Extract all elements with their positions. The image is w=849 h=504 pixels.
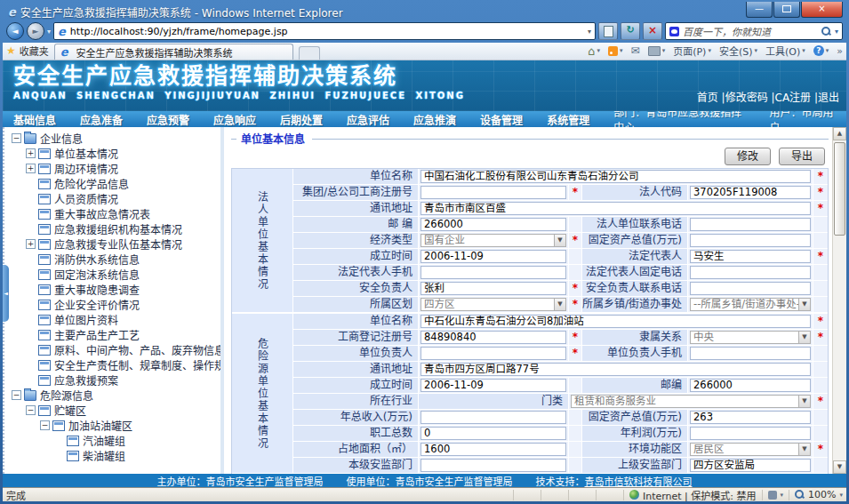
home-button[interactable]: ⌂▾ [588,44,600,58]
chevron-down-icon[interactable]: ▼ [798,396,810,407]
address-bar[interactable]: e http://localhost:90/yjzh/frame/homepag… [53,22,596,40]
menu-item[interactable]: 基础信息 [13,112,56,127]
text-field[interactable] [690,427,811,440]
address-dropdown-icon[interactable]: ▾ [588,28,591,36]
tree-item[interactable]: 重大事故隐患调查 [8,282,220,297]
menu-item[interactable]: 系统管理 [547,112,589,127]
expand-icon[interactable]: + [26,164,36,173]
header-link[interactable]: CA注册 [775,92,812,104]
read-mail-button[interactable]: ✉ [631,44,640,57]
title-bar[interactable]: e 安全生产应急救援指挥辅助决策系统 - Windows Internet Ex… [3,0,846,21]
select-field[interactable]: 四方区▼ [420,298,566,311]
select-field[interactable]: 国有企业▼ [420,234,566,247]
text-field[interactable]: 263 [690,411,811,424]
expand-icon[interactable]: + [26,148,36,158]
zoom-control[interactable]: 100% ▾ [789,490,843,500]
tree-item[interactable]: 应急救援预案 [8,372,220,388]
chevron-down-icon[interactable]: ▼ [798,444,810,455]
select-field[interactable]: --所属乡镇/街道办事处--▼ [690,298,811,311]
text-field[interactable]: 青岛市市南区百盛 [420,202,811,215]
more-commands-button[interactable]: » [837,45,843,57]
text-field[interactable]: 2006-11-09 [420,250,566,263]
text-field[interactable]: 中国石油化工股份有限公司山东青岛石油分公司 [420,170,811,183]
select-field[interactable]: 居民区▼ [690,443,811,456]
select-field[interactable]: 中央▼ [690,331,811,344]
address-url[interactable]: http://localhost:90/yjzh/frame/homepage.… [70,26,588,37]
tree-item[interactable]: 单位图片资料 [8,312,220,327]
footer-tech-company[interactable]: 青岛市信软科技有限公司 [585,476,693,488]
panel-collapse-handle[interactable]: ◄ [3,265,9,322]
privacy-button[interactable]: ▾ [762,490,784,500]
search-input[interactable]: 百度一下，你就知道 [683,24,818,38]
new-tab-button[interactable] [299,46,320,60]
chevron-down-icon[interactable]: ▼ [798,332,810,343]
menu-item[interactable]: 应急预警 [147,112,189,127]
tree-item[interactable]: −企业信息 [8,131,220,146]
text-field[interactable]: 张利 [420,282,566,295]
tree-item[interactable]: 柴油罐组 [8,448,220,463]
tree-item[interactable]: −危险源信息 [8,388,220,403]
compatibility-view-button[interactable] [598,22,618,40]
chevron-down-icon[interactable]: ▼ [798,299,810,310]
tree-item[interactable]: 主要产品生产工艺 [8,327,220,342]
browser-tab[interactable]: e 安全生产应急救援指挥辅助决策系统 [54,44,293,60]
text-field[interactable] [420,266,566,279]
chevron-down-icon[interactable]: ▼ [554,235,565,246]
tree-item[interactable]: +周边环境情况 [8,161,220,176]
search-icon[interactable] [821,27,831,36]
safety-menu-button[interactable]: 安全(S)▾ [719,44,757,58]
text-field[interactable] [690,347,811,360]
page-menu-button[interactable]: 页面(P)▾ [673,44,711,58]
search-dropdown-icon[interactable]: ▾ [835,28,838,36]
tree-item[interactable]: 人员资质情况 [8,191,220,206]
tree-item[interactable]: 应急救援组织机构基本情况 [8,221,220,236]
text-field[interactable] [690,234,811,247]
print-button[interactable]: ▾ [648,46,666,56]
text-field[interactable]: 2006-11-09 [420,379,566,392]
tree-item[interactable]: 安全生产责任制、规章制度、操作规程信息 [8,357,220,372]
tree-item[interactable]: 重大事故应急情况表 [8,206,220,221]
tree-item[interactable]: 企业安全评价情况 [8,297,220,312]
collapse-icon[interactable]: − [40,420,50,430]
text-field[interactable]: 青岛市四方区周口路77号 [420,363,811,376]
text-field[interactable] [420,186,566,199]
scroll-up-icon[interactable]: ▲ [833,127,846,140]
maximize-button[interactable] [773,2,800,18]
menu-item[interactable]: 设备管理 [480,112,523,127]
modify-button[interactable]: 修改 [725,148,771,165]
tree-item[interactable]: 危险化学品信息 [8,176,220,191]
tree-item[interactable]: +单位基本情况 [8,146,220,161]
text-field[interactable] [420,347,566,360]
scroll-down-icon[interactable]: ▼ [833,460,846,474]
help-button[interactable]: ?▾ [813,45,829,56]
tools-menu-button[interactable]: 工具(O)▾ [765,44,805,58]
text-field[interactable] [420,459,566,472]
text-field[interactable] [690,282,811,295]
recent-pages-dropdown-icon[interactable]: ▾ [47,28,51,36]
close-button[interactable]: × [801,2,843,18]
text-field[interactable]: 370205F119008 [690,186,811,199]
expand-icon[interactable]: + [26,239,36,249]
chevron-down-icon[interactable]: ▼ [554,299,565,310]
menu-item[interactable]: 应急准备 [80,112,123,127]
tree-item[interactable]: 汽油罐组 [8,433,220,448]
refresh-button[interactable]: ↻ [621,22,640,40]
collapse-icon[interactable]: − [12,390,21,400]
tree-item[interactable]: 原料、中间产物、产品、废弃物信息 [8,342,220,357]
text-field[interactable]: 266000 [420,218,566,231]
form-scrollbar[interactable]: ▲ ▼ [832,127,846,474]
text-field[interactable]: 0 [420,427,566,440]
header-link[interactable]: 修改密码 [725,92,768,104]
favorites-button[interactable]: ★ 收藏夹 [6,44,49,60]
text-field[interactable] [690,266,811,279]
text-field[interactable]: 1600 [420,443,566,456]
text-field[interactable]: 中石化山东青岛石油分公司8加油站 [420,315,811,328]
text-field[interactable]: 266000 [690,379,811,392]
text-field[interactable]: 84890840 [420,331,566,344]
tree-item[interactable]: 消防供水系统信息 [8,252,220,267]
search-box[interactable]: 百度一下，你就知道 ▾ [665,22,843,40]
text-field[interactable]: 四方区安监局 [690,459,811,472]
tree-item[interactable]: −贮罐区 [8,403,220,418]
minimize-button[interactable]: — [746,2,773,18]
text-field[interactable] [420,411,566,424]
